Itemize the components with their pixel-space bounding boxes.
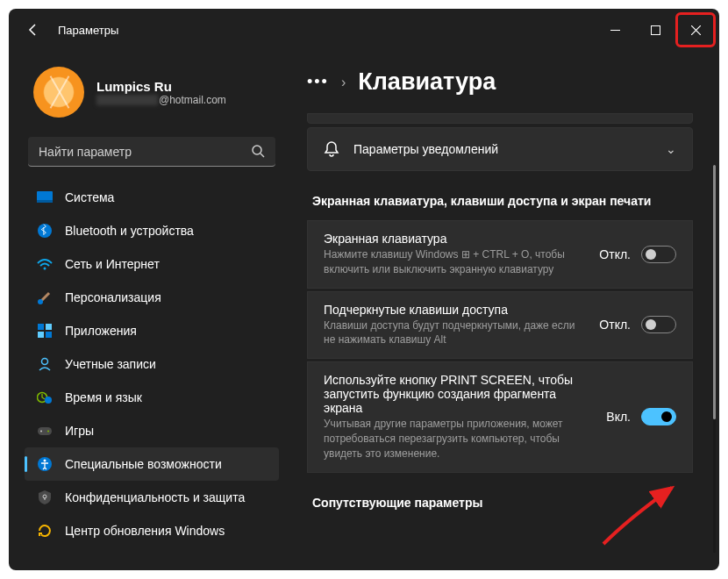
- search-icon: [252, 145, 265, 158]
- sidebar-item-windows-update[interactable]: Центр обновления Windows: [25, 514, 279, 547]
- setting-underline-access-keys: Подчеркнутые клавиши доступа Клавиши дос…: [307, 291, 693, 360]
- setting-onscreen-keyboard: Экранная клавиатура Нажмите клавишу Wind…: [307, 220, 693, 289]
- person-icon: [37, 356, 53, 372]
- toggle-print-screen-snip[interactable]: [641, 408, 676, 425]
- svg-point-15: [45, 397, 52, 404]
- svg-rect-12: [46, 332, 52, 338]
- bluetooth-icon: [37, 223, 53, 239]
- card-truncated: [307, 113, 693, 124]
- scrollbar[interactable]: [713, 165, 716, 553]
- toggle-onscreen-keyboard[interactable]: [641, 246, 676, 263]
- sidebar-item-time-language[interactable]: Время и язык: [25, 381, 279, 414]
- sidebar-item-accessibility[interactable]: Специальные возможности: [25, 447, 279, 481]
- svg-rect-9: [38, 324, 44, 330]
- page-title: Клавиатура: [358, 68, 496, 96]
- maximize-icon: [651, 25, 660, 35]
- svg-rect-5: [37, 200, 53, 203]
- toggle-underline-access-keys[interactable]: [641, 316, 676, 333]
- svg-point-2: [253, 146, 261, 154]
- accessibility-icon: [37, 456, 53, 472]
- sidebar-item-personalization[interactable]: Персонализация: [25, 281, 279, 314]
- minimize-button[interactable]: [595, 12, 635, 47]
- clock-globe-icon: [37, 390, 53, 405]
- shield-icon: [37, 490, 53, 505]
- gamepad-icon: [37, 423, 53, 439]
- svg-rect-10: [46, 324, 52, 330]
- chevron-down-icon: ⌄: [666, 142, 676, 156]
- arrow-left-icon: [26, 23, 40, 37]
- sidebar-item-network[interactable]: Сеть и Интернет: [25, 247, 279, 281]
- chevron-right-icon: ›: [341, 75, 346, 90]
- svg-point-17: [40, 431, 42, 432]
- scrollbar-thumb[interactable]: [713, 165, 716, 419]
- svg-point-7: [44, 268, 46, 270]
- notifications-label: Параметры уведомлений: [353, 142, 652, 156]
- setting-print-screen-snip: Используйте кнопку PRINT SCREEN, чтобы з…: [307, 361, 693, 472]
- bell-icon: [324, 140, 339, 158]
- svg-rect-1: [651, 25, 660, 34]
- svg-rect-11: [38, 332, 44, 338]
- avatar: [33, 67, 84, 118]
- svg-rect-22: [45, 497, 46, 500]
- close-icon: [691, 25, 701, 35]
- apps-icon: [37, 323, 53, 339]
- svg-line-3: [261, 154, 264, 157]
- section-title-related: Сопутствующие параметры: [312, 496, 688, 510]
- notifications-card[interactable]: Параметры уведомлений ⌄: [307, 127, 693, 171]
- svg-point-8: [38, 299, 43, 304]
- sidebar-item-gaming[interactable]: Игры: [25, 414, 279, 447]
- sidebar-item-system[interactable]: Система: [25, 181, 279, 214]
- svg-rect-16: [38, 427, 52, 435]
- search-input[interactable]: Найти параметр: [28, 137, 275, 167]
- maximize-button[interactable]: [635, 12, 675, 47]
- window-title: Параметры: [58, 24, 118, 37]
- wifi-icon: [37, 256, 53, 272]
- user-account[interactable]: Lumpics Ru @hotmail.com: [25, 61, 279, 133]
- user-email: @hotmail.com: [96, 94, 226, 106]
- brush-icon: [37, 290, 53, 305]
- sidebar-item-bluetooth[interactable]: Bluetooth и устройства: [25, 214, 279, 247]
- minimize-icon: [610, 25, 620, 35]
- svg-point-13: [42, 359, 48, 365]
- close-button[interactable]: [675, 12, 716, 47]
- svg-point-20: [44, 460, 46, 462]
- back-button[interactable]: [16, 12, 51, 47]
- svg-point-18: [47, 431, 49, 432]
- update-icon: [37, 523, 53, 539]
- section-title: Экранная клавиатура, клавиши доступа и э…: [312, 194, 688, 208]
- breadcrumb-more[interactable]: •••: [307, 73, 329, 91]
- user-name: Lumpics Ru: [96, 79, 226, 94]
- sidebar-item-accounts[interactable]: Учетные записи: [25, 347, 279, 381]
- sidebar-item-privacy[interactable]: Конфиденциальность и защита: [25, 481, 279, 514]
- system-icon: [37, 189, 53, 205]
- sidebar-item-apps[interactable]: Приложения: [25, 314, 279, 347]
